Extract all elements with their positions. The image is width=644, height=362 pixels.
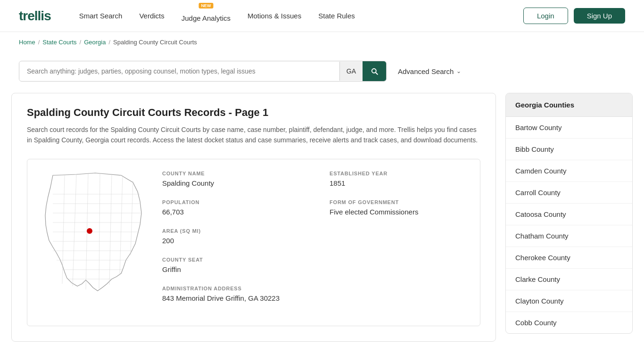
admin-address-field: ADMINISTRATION ADDRESS 843 Memorial Driv… — [162, 286, 301, 302]
breadcrumb: Home / State Courts / Georgia / Spalding… — [0, 32, 644, 52]
sidebar-item-carroll[interactable]: Carroll County — [506, 182, 632, 204]
info-col-right: ESTABLISHED YEAR 1851 FORM OF GOVERNMENT… — [330, 171, 469, 314]
svg-line-16 — [131, 181, 133, 255]
main-layout: Spalding County Circuit Courts Records -… — [0, 93, 644, 342]
admin-address-value: 843 Memorial Drive Griffin, GA 30223 — [162, 294, 301, 302]
georgia-map — [39, 171, 147, 293]
population-field: POPULATION 66,703 — [162, 199, 301, 216]
header-right: Login Sign Up — [523, 8, 625, 24]
search-section: GA Advanced Search ⌄ — [0, 52, 644, 93]
info-columns: COUNTY NAME Spalding County POPULATION 6… — [162, 171, 469, 314]
info-col-left: COUNTY NAME Spalding County POPULATION 6… — [162, 171, 301, 314]
form-of-govt-field: FORM OF GOVERNMENT Five elected Commissi… — [330, 199, 469, 216]
svg-line-11 — [73, 174, 76, 286]
area-label: AREA (SQ MI) — [162, 228, 301, 234]
county-seat-value: Griffin — [162, 265, 301, 273]
sidebar: Georgia Counties Bartow County Bibb Coun… — [505, 93, 633, 334]
form-of-govt-value: Five elected Commissioners — [330, 208, 469, 216]
county-seat-field: COUNTY SEAT Griffin — [162, 257, 301, 273]
main-nav: Smart Search Verdicts NEW Judge Analytic… — [79, 9, 355, 22]
admin-address-label: ADMINISTRATION ADDRESS — [162, 286, 301, 291]
new-badge: NEW — [198, 3, 213, 8]
population-label: POPULATION — [162, 199, 301, 205]
breadcrumb-home[interactable]: Home — [19, 39, 35, 46]
nav-smart-search[interactable]: Smart Search — [79, 12, 123, 20]
area-value: 200 — [162, 237, 301, 245]
sidebar-item-chatham[interactable]: Chatham County — [506, 225, 632, 247]
chevron-down-icon: ⌄ — [456, 68, 461, 74]
sidebar-item-bartow[interactable]: Bartow County — [506, 117, 632, 139]
breadcrumb-current: Spalding County Circuit Courts — [113, 39, 197, 46]
header: trellis Smart Search Verdicts NEW Judge … — [0, 0, 644, 32]
svg-line-13 — [99, 173, 100, 288]
area-field: AREA (SQ MI) 200 — [162, 228, 301, 245]
breadcrumb-sep-2: / — [80, 39, 82, 46]
map-container — [39, 171, 147, 295]
county-name-field: COUNTY NAME Spalding County — [162, 171, 301, 187]
county-name-label: COUNTY NAME — [162, 171, 301, 176]
sidebar-item-cobb[interactable]: Cobb County — [506, 312, 632, 333]
page-description: Search court records for the Spalding Co… — [27, 124, 480, 146]
county-name-value: Spalding County — [162, 179, 301, 187]
sidebar-item-catoosa[interactable]: Catoosa County — [506, 204, 632, 225]
form-of-govt-label: FORM OF GOVERNMENT — [330, 199, 469, 205]
sidebar-item-camden[interactable]: Camden County — [506, 160, 632, 182]
breadcrumb-sep-1: / — [38, 39, 40, 46]
svg-line-14 — [109, 174, 112, 285]
breadcrumb-state[interactable]: Georgia — [84, 39, 106, 46]
sidebar-item-cherokee[interactable]: Cherokee County — [506, 247, 632, 269]
nav-judge-analytics[interactable]: NEW Judge Analytics — [182, 9, 231, 22]
nav-verdicts[interactable]: Verdicts — [139, 12, 164, 20]
nav-state-rules[interactable]: State Rules — [318, 12, 355, 20]
sidebar-header: Georgia Counties — [506, 93, 632, 117]
login-button[interactable]: Login — [523, 8, 568, 24]
county-seat-label: COUNTY SEAT — [162, 257, 301, 263]
header-left: trellis Smart Search Verdicts NEW Judge … — [19, 8, 355, 24]
established-year-value: 1851 — [330, 179, 469, 187]
search-state-code: GA — [339, 62, 363, 81]
content-card: Spalding County Circuit Courts Records -… — [11, 93, 496, 342]
county-info: COUNTY NAME Spalding County POPULATION 6… — [27, 159, 480, 326]
established-year-field: ESTABLISHED YEAR 1851 — [330, 171, 469, 187]
search-wrapper: GA — [19, 61, 387, 82]
search-button[interactable] — [363, 61, 386, 81]
search-input[interactable] — [19, 62, 339, 81]
search-icon — [370, 67, 379, 75]
population-value: 66,703 — [162, 208, 301, 216]
breadcrumb-sep-3: / — [108, 39, 110, 46]
page-title: Spalding County Circuit Courts Records -… — [27, 107, 480, 119]
advanced-search[interactable]: Advanced Search ⌄ — [398, 67, 461, 75]
svg-point-17 — [87, 228, 92, 234]
sidebar-item-clarke[interactable]: Clarke County — [506, 269, 632, 290]
nav-motions-issues[interactable]: Motions & Issues — [248, 12, 301, 20]
sidebar-item-clayton[interactable]: Clayton County — [506, 290, 632, 312]
signup-button[interactable]: Sign Up — [574, 8, 625, 24]
advanced-search-label: Advanced Search — [398, 67, 454, 75]
logo[interactable]: trellis — [19, 8, 51, 24]
sidebar-item-bibb[interactable]: Bibb County — [506, 139, 632, 160]
breadcrumb-state-courts[interactable]: State Courts — [42, 39, 76, 46]
established-year-label: ESTABLISHED YEAR — [330, 171, 469, 176]
svg-line-10 — [62, 175, 65, 284]
